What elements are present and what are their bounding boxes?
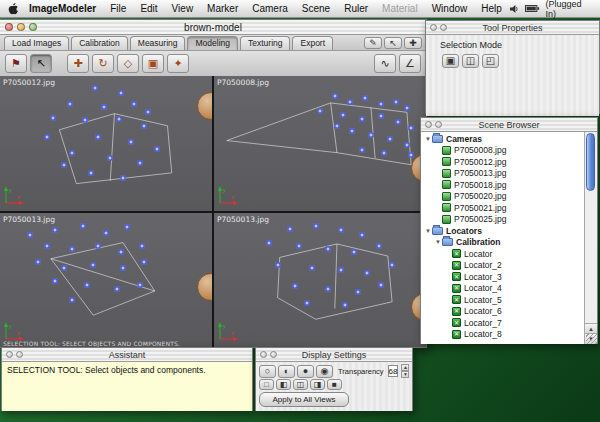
tree-item-p7050008-jpg[interactable]: P7050008.jpg (421, 145, 584, 157)
calibration-marker[interactable] (368, 133, 373, 138)
calibration-marker[interactable] (409, 126, 414, 131)
tree-item-locator-3[interactable]: ✕Locator_3 (421, 271, 584, 283)
menu-edit[interactable]: Edit (133, 3, 164, 14)
calibration-marker[interactable] (120, 265, 125, 270)
calibration-marker[interactable] (394, 99, 399, 104)
full-view[interactable]: ■ (327, 379, 342, 390)
viewport-3[interactable]: xyP7050013.jpgSELECTION TOOL: SELECT OBJ… (0, 213, 212, 348)
smooth-shade-mode[interactable]: ● (297, 365, 314, 378)
calibration-marker[interactable] (377, 244, 382, 249)
calibration-marker[interactable] (379, 114, 384, 119)
palette-close-button[interactable] (6, 351, 13, 358)
viewport-1[interactable]: xyP7050012.jpg (0, 76, 212, 211)
calibration-marker[interactable] (44, 134, 49, 139)
disclosure-triangle-icon[interactable]: ▼ (434, 239, 442, 245)
menu-scene[interactable]: Scene (295, 3, 337, 14)
calibration-marker[interactable] (154, 146, 159, 151)
tree-item-p7050012-jpg[interactable]: P7050012.jpg (421, 156, 584, 168)
tab-measuring[interactable]: Measuring (130, 36, 186, 50)
zoom-button[interactable] (29, 23, 37, 31)
select-tool[interactable]: ↖ (30, 54, 52, 73)
menu-marker[interactable]: Marker (200, 3, 245, 14)
calibration-marker[interactable] (313, 223, 318, 228)
snap-tool[interactable]: ✚ (404, 37, 422, 49)
calibration-marker[interactable] (114, 287, 119, 292)
calibration-marker[interactable] (53, 227, 58, 232)
calibration-marker[interactable] (137, 283, 142, 288)
curve-tool[interactable]: ∿ (374, 54, 396, 73)
calibration-marker[interactable] (409, 153, 414, 158)
tree-item-locator-5[interactable]: ✕Locator_5 (421, 294, 584, 306)
calibration-marker[interactable] (332, 94, 337, 99)
split-view-right[interactable]: ◨ (310, 379, 325, 390)
calibration-marker[interactable] (379, 283, 384, 288)
tree-item-p7050013-jpg[interactable]: P7050013.jpg (421, 168, 584, 180)
calibration-marker[interactable] (70, 297, 75, 302)
calibration-marker[interactable] (120, 176, 125, 181)
viewport-4[interactable]: xyP7050013.jpg (214, 213, 426, 348)
resize-grip[interactable] (586, 333, 597, 344)
calibration-marker[interactable] (334, 123, 339, 128)
palette-close-button[interactable] (260, 351, 267, 358)
tab-calibration[interactable]: Calibration (71, 36, 128, 50)
calibration-marker[interactable] (305, 300, 310, 305)
angle-tool[interactable]: ∠ (399, 54, 421, 73)
rotate-tool[interactable]: ↻ (92, 54, 114, 73)
wireframe-mode[interactable]: ○ (259, 365, 276, 378)
calibration-marker[interactable] (36, 260, 41, 265)
calibration-marker[interactable] (70, 150, 75, 155)
apply-all-views-button[interactable]: Apply to All Views (259, 392, 349, 407)
quad-view[interactable]: ◫ (293, 379, 308, 390)
tree-item-locator-2[interactable]: ✕Locator_2 (421, 260, 584, 272)
menu-imagemodeler[interactable]: ImageModeler (22, 3, 103, 14)
calibration-marker[interactable] (381, 150, 386, 155)
tree-item-locator[interactable]: ✕Locator (421, 248, 584, 260)
mode-component[interactable]: ◫ (462, 54, 479, 68)
scrollbar-thumb[interactable] (586, 133, 595, 191)
calibration-marker[interactable] (118, 91, 123, 96)
calibration-marker[interactable] (292, 284, 297, 289)
calibration-marker[interactable] (84, 283, 89, 288)
scrollbar[interactable]: ▲ ▼ (584, 132, 597, 344)
move-tool[interactable]: ✚ (67, 54, 89, 73)
assistant-titlebar[interactable]: Assistant (2, 348, 252, 362)
menu-help[interactable]: Help (474, 3, 509, 14)
calibration-marker[interactable] (339, 227, 344, 232)
flag-tool[interactable]: ⚑ (5, 54, 27, 73)
calibration-marker[interactable] (296, 244, 301, 249)
calibration-marker[interactable] (309, 265, 314, 270)
tab-load-images[interactable]: Load Images (4, 36, 69, 50)
split-view-left[interactable]: ◧ (276, 379, 291, 390)
battery-status[interactable]: (Plugged In) (546, 0, 594, 19)
calibration-marker[interactable] (404, 106, 409, 111)
calibration-marker[interactable] (118, 249, 123, 254)
tree-item-p7050020-jpg[interactable]: P7050020.jpg (421, 191, 584, 203)
calibration-marker[interactable] (44, 244, 49, 249)
calibration-marker[interactable] (82, 118, 87, 123)
calibration-marker[interactable] (95, 244, 100, 249)
calibration-marker[interactable] (61, 162, 66, 167)
calibration-marker[interactable] (341, 113, 346, 118)
calibration-marker[interactable] (125, 225, 130, 230)
disclosure-triangle-icon[interactable]: ▼ (424, 228, 432, 234)
tree-item-locator-8[interactable]: ✕Locator_8 (421, 329, 584, 341)
calibration-marker[interactable] (61, 265, 66, 270)
palette-collapse-button[interactable] (16, 351, 23, 358)
calibration-marker[interactable] (339, 268, 344, 273)
calibration-marker[interactable] (129, 139, 134, 144)
tree-item-p7050018-jpg[interactable]: P7050018.jpg (421, 179, 584, 191)
calibration-marker[interactable] (101, 104, 106, 109)
calibration-marker[interactable] (108, 156, 113, 161)
mode-object[interactable]: ▣ (442, 54, 459, 68)
tree-item-locator-4[interactable]: ✕Locator_4 (421, 283, 584, 295)
calibration-marker[interactable] (93, 86, 98, 91)
calibration-marker[interactable] (390, 262, 395, 267)
calibration-marker[interactable] (89, 170, 94, 175)
calibration-marker[interactable] (396, 119, 401, 124)
scale-tool[interactable]: ◇ (117, 54, 139, 73)
minimize-button[interactable] (17, 23, 25, 31)
calibration-marker[interactable] (51, 115, 56, 120)
calibration-marker[interactable] (137, 161, 142, 166)
calibration-marker[interactable] (140, 244, 145, 249)
calibration-marker[interactable] (379, 102, 384, 107)
